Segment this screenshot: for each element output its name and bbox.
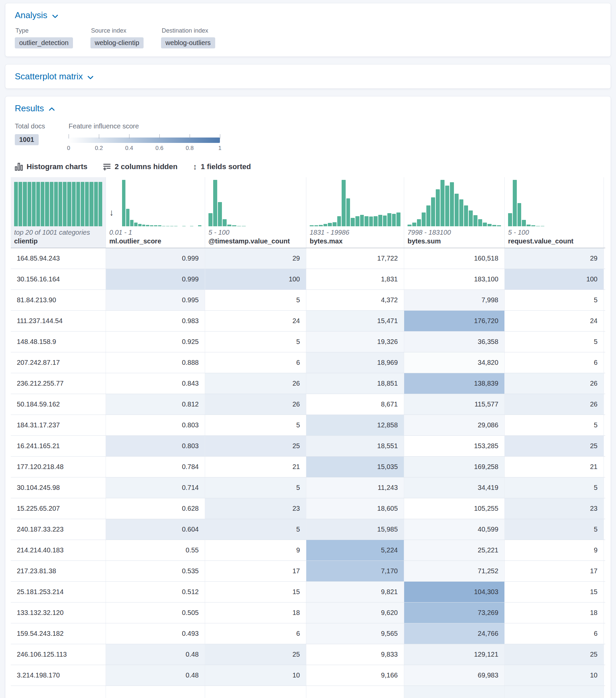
grid-cell[interactable]: 0.812 <box>106 394 205 415</box>
grid-cell[interactable]: 24 <box>205 311 306 331</box>
grid-cell[interactable]: 10 <box>205 665 306 686</box>
grid-cell[interactable]: 133.132.32.120 <box>11 602 106 623</box>
grid-cell[interactable]: 71,252 <box>404 561 505 581</box>
grid-cell[interactable]: 0.888 <box>106 352 205 373</box>
grid-cell[interactable]: 30.156.16.164 <box>11 269 106 290</box>
grid-cell[interactable]: 0.604 <box>106 519 205 540</box>
grid-cell[interactable]: 18,851 <box>306 373 404 394</box>
column-header[interactable]: 7998 - 183100bytes.sum <box>404 177 505 248</box>
grid-cell[interactable]: 111.237.144.54 <box>11 311 106 331</box>
grid-cell[interactable]: 12,858 <box>306 415 404 435</box>
grid-cell[interactable]: 15,035 <box>306 457 404 477</box>
grid-cell[interactable]: 5 <box>505 519 604 540</box>
grid-cell[interactable]: 9,166 <box>306 665 404 686</box>
grid-cell[interactable]: 0.784 <box>106 457 205 477</box>
grid-cell[interactable] <box>205 686 306 698</box>
columns-hidden-button[interactable]: 2 columns hidden <box>103 163 178 171</box>
grid-cell[interactable]: 25.181.253.214 <box>11 582 106 602</box>
grid-cell[interactable]: 0.55 <box>106 540 205 560</box>
grid-cell[interactable]: 164.85.94.243 <box>11 248 106 269</box>
grid-cell[interactable]: 18,969 <box>306 352 404 373</box>
grid-cell[interactable]: 100 <box>205 269 306 290</box>
grid-cell[interactable]: 26 <box>205 373 306 394</box>
grid-cell[interactable] <box>505 686 604 698</box>
grid-cell[interactable]: 25,221 <box>404 540 505 560</box>
column-header[interactable]: ↓0.01 - 1ml.outlier_score <box>106 177 205 248</box>
column-header[interactable]: 5 - 100request.value_count <box>505 177 604 248</box>
column-header[interactable]: top 20 of 1001 categoriesclientip <box>11 177 106 248</box>
grid-cell[interactable]: 115,577 <box>404 394 505 415</box>
grid-cell[interactable]: 36,358 <box>404 332 505 352</box>
grid-cell[interactable]: 4,372 <box>306 290 404 310</box>
grid-cell[interactable]: 21 <box>205 457 306 477</box>
grid-cell[interactable]: 129,121 <box>404 644 505 665</box>
grid-cell[interactable]: 26 <box>205 394 306 415</box>
grid-cell[interactable]: 17 <box>205 561 306 581</box>
grid-cell[interactable]: 18 <box>505 602 604 623</box>
results-accordion-toggle[interactable]: Results <box>15 103 55 114</box>
grid-cell[interactable]: 7,998 <box>404 290 505 310</box>
grid-cell[interactable]: 24,766 <box>404 623 505 644</box>
grid-cell[interactable]: 29 <box>205 248 306 269</box>
grid-cell[interactable]: 0.535 <box>106 561 205 581</box>
grid-cell[interactable]: 5 <box>505 290 604 310</box>
grid-cell[interactable]: 10 <box>505 665 604 686</box>
grid-cell[interactable]: 5 <box>205 519 306 540</box>
grid-cell[interactable]: 9,565 <box>306 623 404 644</box>
grid-cell[interactable]: 30.104.245.98 <box>11 477 106 498</box>
grid-cell[interactable]: 104,303 <box>404 582 505 602</box>
column-header[interactable]: 1831 - 19986bytes.max <box>306 177 404 248</box>
grid-cell[interactable]: 5 <box>205 415 306 435</box>
grid-cell[interactable]: 5,224 <box>306 540 404 560</box>
grid-cell[interactable]: 217.23.81.38 <box>11 561 106 581</box>
grid-cell[interactable]: 184.31.17.237 <box>11 415 106 435</box>
grid-cell[interactable]: 81.84.213.90 <box>11 290 106 310</box>
grid-cell[interactable]: 15.225.65.207 <box>11 498 106 519</box>
grid-cell[interactable]: 50.184.59.162 <box>11 394 106 415</box>
grid-cell[interactable]: 25 <box>205 644 306 665</box>
grid-cell[interactable] <box>306 686 404 698</box>
grid-cell[interactable]: 5 <box>505 477 604 498</box>
grid-cell[interactable]: 8,671 <box>306 394 404 415</box>
grid-cell[interactable]: 40,599 <box>404 519 505 540</box>
grid-cell[interactable]: 18,605 <box>306 498 404 519</box>
grid-cell[interactable]: 9,833 <box>306 644 404 665</box>
analysis-accordion-toggle[interactable]: Analysis <box>15 10 59 20</box>
grid-cell[interactable]: 25 <box>505 644 604 665</box>
grid-cell[interactable]: 25 <box>505 436 604 456</box>
grid-cell[interactable]: 29 <box>505 248 604 269</box>
grid-cell[interactable]: 15 <box>205 582 306 602</box>
grid-cell[interactable]: 0.512 <box>106 582 205 602</box>
grid-cell[interactable]: 169,258 <box>404 457 505 477</box>
grid-cell[interactable]: 3.214.198.170 <box>11 665 106 686</box>
grid-cell[interactable]: 17 <box>505 561 604 581</box>
grid-cell[interactable]: 100 <box>505 269 604 290</box>
grid-cell[interactable]: 5 <box>205 290 306 310</box>
fields-sorted-button[interactable]: ↕ 1 fields sorted <box>193 163 251 171</box>
grid-cell[interactable]: 29,086 <box>404 415 505 435</box>
grid-cell[interactable]: 0.48 <box>106 665 205 686</box>
grid-cell[interactable]: 9,620 <box>306 602 404 623</box>
grid-cell[interactable]: 0.803 <box>106 436 205 456</box>
grid-cell[interactable]: 159.54.243.182 <box>11 623 106 644</box>
grid-cell[interactable]: 6 <box>205 623 306 644</box>
grid-cell[interactable]: 73,269 <box>404 602 505 623</box>
grid-cell[interactable]: 18,551 <box>306 436 404 456</box>
grid-cell[interactable]: 18 <box>205 602 306 623</box>
scatterplot-accordion-toggle[interactable]: Scatterplot matrix <box>15 71 94 82</box>
grid-cell[interactable]: 9 <box>205 540 306 560</box>
grid-cell[interactable]: 34,820 <box>404 352 505 373</box>
grid-cell[interactable]: 138,839 <box>404 373 505 394</box>
grid-cell[interactable] <box>404 686 505 698</box>
grid-cell[interactable]: 1,831 <box>306 269 404 290</box>
grid-cell[interactable]: 236.212.255.77 <box>11 373 106 394</box>
grid-cell[interactable]: 177.120.218.48 <box>11 457 106 477</box>
grid-cell[interactable]: 9 <box>505 540 604 560</box>
grid-cell[interactable]: 0.48 <box>106 644 205 665</box>
grid-cell[interactable]: 16.241.165.21 <box>11 436 106 456</box>
grid-cell[interactable]: 6 <box>505 623 604 644</box>
column-header[interactable]: 5 - 100@timestamp.value_count <box>205 177 306 248</box>
grid-cell[interactable]: 26 <box>505 373 604 394</box>
grid-cell[interactable] <box>106 686 205 698</box>
grid-cell[interactable]: 21 <box>505 457 604 477</box>
